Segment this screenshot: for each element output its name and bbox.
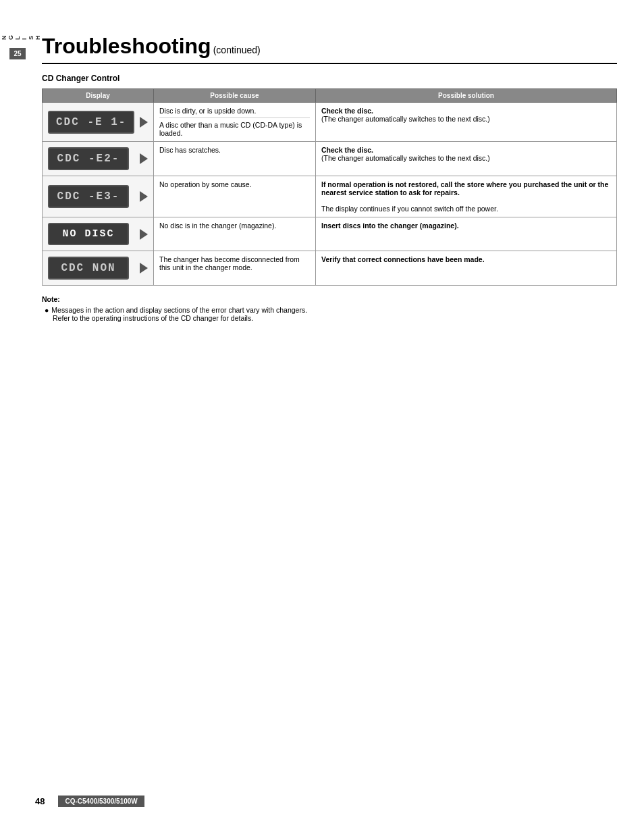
title-divider bbox=[42, 63, 617, 64]
col-display: Display bbox=[43, 89, 154, 103]
table-row: NO DISC No disc is in the changer (magaz… bbox=[43, 217, 617, 251]
lcd-display-3: CDC -E3- bbox=[48, 185, 129, 208]
page-title: Troubleshooting (continued) bbox=[42, 34, 617, 59]
troubleshooting-table: Display Possible cause Possible solution… bbox=[42, 88, 617, 286]
main-content: Troubleshooting (continued) CD Changer C… bbox=[35, 27, 644, 834]
arrow-icon-5 bbox=[140, 263, 148, 273]
cause-cell-1: Disc is dirty, or is upside down. A disc… bbox=[154, 103, 316, 142]
solution-cell-1: Check the disc. (The changer automatical… bbox=[316, 103, 617, 142]
arrow-icon-4 bbox=[140, 229, 148, 240]
display-cell-4: NO DISC bbox=[43, 217, 154, 251]
table-row: CDC NON The changer has become disconnec… bbox=[43, 251, 617, 286]
arrow-icon-3 bbox=[140, 191, 148, 202]
page-footer: 48 CQ-C5400/5300/5100W bbox=[0, 796, 644, 807]
arrow-icon-1 bbox=[140, 117, 148, 128]
cause-item: No operation by some cause. bbox=[159, 180, 310, 188]
solution-cell-3: If normal operation is not restored, cal… bbox=[316, 176, 617, 217]
cause-cell-4: No disc is in the changer (magazine). bbox=[154, 217, 316, 251]
display-cell-1: CDC -E 1- bbox=[43, 103, 154, 142]
note-item-2: Refer to the operating instructions of t… bbox=[53, 314, 617, 322]
section-heading: CD Changer Control bbox=[42, 74, 617, 83]
sidebar: E N G L I S H 25 bbox=[0, 27, 35, 834]
note-title: Note: bbox=[42, 295, 617, 303]
lcd-display-2: CDC -E2- bbox=[48, 147, 129, 170]
footer-page-number: 48 bbox=[35, 796, 45, 806]
cause-cell-5: The changer has become disconnected from… bbox=[154, 251, 316, 286]
cause-item: A disc other than a music CD (CD-DA type… bbox=[159, 121, 310, 137]
lcd-display-4: NO DISC bbox=[48, 223, 129, 245]
table-row: CDC -E 1- Disc is dirty, or is upside do… bbox=[43, 103, 617, 142]
cause-item: The changer has become disconnected from… bbox=[159, 255, 310, 271]
arrow-icon-2 bbox=[140, 153, 148, 164]
lcd-display-1: CDC -E 1- bbox=[48, 111, 134, 134]
sidebar-page-number: 25 bbox=[9, 48, 25, 59]
footer-model: CQ-C5400/5300/5100W bbox=[58, 796, 144, 807]
display-cell-5: CDC NON bbox=[43, 251, 154, 286]
display-cell-3: CDC -E3- bbox=[43, 176, 154, 217]
col-cause: Possible cause bbox=[154, 89, 316, 103]
solution-cell-4: Insert discs into the changer (magazine)… bbox=[316, 217, 617, 251]
table-row: CDC -E2- Disc has scratches. Check the d… bbox=[43, 142, 617, 176]
lcd-display-5: CDC NON bbox=[48, 257, 129, 280]
cause-item: Disc is dirty, or is upside down. bbox=[159, 107, 310, 115]
solution-cell-2: Check the disc. (The changer automatical… bbox=[316, 142, 617, 176]
display-cell-2: CDC -E2- bbox=[43, 142, 154, 176]
cause-cell-2: Disc has scratches. bbox=[154, 142, 316, 176]
table-row: CDC -E3- No operation by some cause. If … bbox=[43, 176, 617, 217]
solution-cell-5: Verify that correct connections have bee… bbox=[316, 251, 617, 286]
note-item-1: ● Messages in the action and display sec… bbox=[45, 306, 617, 314]
cause-cell-3: No operation by some cause. bbox=[154, 176, 316, 217]
cause-item: No disc is in the changer (magazine). bbox=[159, 221, 310, 230]
cause-item: Disc has scratches. bbox=[159, 146, 310, 154]
sidebar-language: E N G L I S H bbox=[0, 34, 41, 40]
col-solution: Possible solution bbox=[316, 89, 617, 103]
cause-divider bbox=[159, 118, 310, 118]
note-section: Note: ● Messages in the action and displ… bbox=[42, 295, 617, 322]
